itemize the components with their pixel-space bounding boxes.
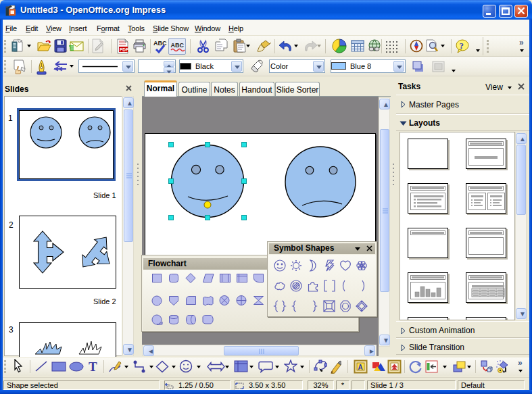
- svg-text:ABC: ABC: [153, 40, 167, 47]
- svg-text:ABC: ABC: [171, 42, 185, 49]
- svg-text:PDF: PDF: [120, 47, 128, 52]
- svg-text:?: ?: [460, 41, 464, 51]
- svg-text:T: T: [89, 360, 97, 373]
- svg-text:A: A: [358, 364, 363, 371]
